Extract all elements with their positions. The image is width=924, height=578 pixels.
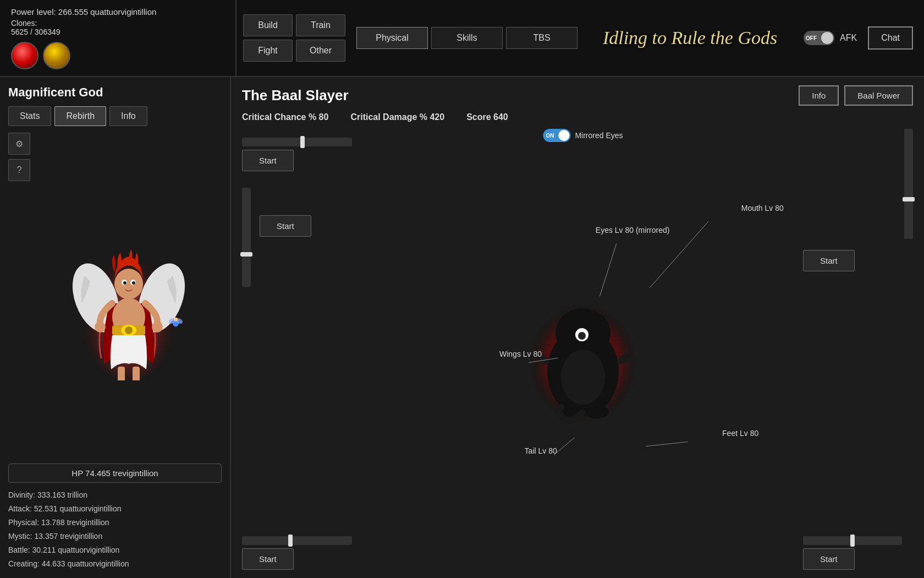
boss-buttons: Info Baal Power [799, 85, 913, 106]
left-panel: Magnificent God Stats Rebirth Info ⚙ ? [0, 77, 231, 578]
eyes-label: Eyes Lv 80 (mirrored) [596, 226, 670, 235]
tab-rebirth[interactable]: Rebirth [54, 106, 106, 126]
slider-thumb-1[interactable] [300, 136, 305, 148]
mirror-toggle[interactable]: ON [543, 129, 570, 142]
start-button-1[interactable]: Start [242, 150, 294, 171]
afk-section: ON OFF AFK Chat [798, 21, 919, 55]
tail-label: Tail Lv 80 [525, 446, 557, 455]
icon-row [11, 42, 230, 69]
character-area: ⚙ ? [8, 133, 222, 457]
clones-value: 5625 / 306349 [11, 28, 61, 36]
afk-toggle[interactable]: ON OFF [804, 31, 834, 45]
tab-info[interactable]: Info [109, 106, 147, 126]
red-orb-icon[interactable] [11, 42, 38, 69]
start-button-3[interactable]: Start [242, 548, 294, 570]
character-portrait [36, 133, 222, 457]
svg-point-12 [152, 321, 163, 332]
gear-button[interactable]: ⚙ [8, 133, 30, 155]
stats-list: Divinity: 333.163 trillion Attack: 52.53… [8, 489, 222, 570]
nav-buttons: Build Train Fight Other [237, 9, 352, 67]
train-button[interactable]: Train [296, 14, 345, 36]
chat-button[interactable]: Chat [868, 26, 913, 50]
right-bottom-slider: Start [803, 536, 913, 570]
svg-line-35 [646, 442, 688, 446]
main-content: Magnificent God Stats Rebirth Info ⚙ ? [0, 77, 924, 578]
character-svg [68, 210, 189, 380]
toggle-knob [821, 32, 833, 44]
slider-track-right-bottom[interactable] [803, 536, 902, 545]
critical-damage: Critical Damage % 420 [350, 112, 444, 122]
stat-physical: Physical: 13.788 trevigintillion [8, 517, 222, 528]
left-controls: Start Start [242, 129, 363, 570]
start-button-5[interactable]: Start [803, 548, 855, 570]
slider-thumb-right-bottom[interactable] [850, 535, 855, 547]
player-info: Power level: 266.555 quattuorvigintillio… [6, 0, 237, 76]
mirror-eyes-label: Mirrored Eyes [575, 131, 623, 140]
vert-slider-section: Start [242, 182, 363, 287]
svg-rect-7 [118, 367, 125, 380]
game-title: Idling to Rule the Gods [582, 28, 798, 48]
start-button-2[interactable]: Start [260, 215, 311, 237]
feet-label: Feet Lv 80 [722, 429, 758, 438]
vert-slider-group-1 [242, 188, 251, 287]
vert-slider-thumb-right[interactable] [903, 197, 915, 201]
tab-physical[interactable]: Physical [356, 27, 428, 49]
mirror-on-label: ON [546, 133, 554, 139]
clones-info: Clones: 5625 / 306349 [11, 19, 230, 36]
svg-point-28 [578, 332, 586, 340]
gear-icon: ⚙ [15, 139, 23, 149]
svg-point-14 [114, 269, 143, 299]
tab-skills[interactable]: Skills [431, 27, 503, 49]
panel-tabs: Stats Rebirth Info [8, 106, 222, 126]
question-icon: ? [17, 165, 22, 175]
golden-icon[interactable] [43, 42, 70, 69]
char-icon-buttons: ⚙ ? [8, 133, 30, 457]
svg-point-18 [132, 281, 135, 285]
build-button[interactable]: Build [243, 14, 293, 36]
baal-power-button[interactable]: Baal Power [844, 85, 913, 106]
svg-point-30 [585, 405, 609, 418]
slider-track-bottom[interactable] [242, 536, 352, 545]
tab-stats[interactable]: Stats [8, 106, 51, 126]
fight-button[interactable]: Fight [243, 40, 293, 62]
top-nav: Power level: 266.555 quattuorvigintillio… [0, 0, 924, 77]
svg-point-6 [125, 326, 133, 334]
right-vert-slider [904, 129, 913, 239]
svg-point-26 [561, 350, 605, 405]
svg-point-11 [95, 321, 106, 332]
slider-thumb-bottom[interactable] [288, 535, 293, 547]
boss-name: The Baal Slayer [242, 87, 349, 104]
critical-chance: Critical Chance % 80 [242, 112, 328, 122]
start-button-4[interactable]: Start [803, 250, 855, 271]
wings-label: Wings Lv 80 [499, 350, 542, 358]
mirror-knob [558, 130, 569, 141]
svg-point-22 [174, 317, 178, 321]
slider-group-bottom: Start [242, 536, 363, 570]
clones-label: Clones: [11, 19, 37, 28]
mouth-label: Mouth Lv 80 [741, 204, 784, 212]
vert-slider-track-right[interactable] [904, 129, 913, 239]
vert-slider-track-1[interactable] [242, 188, 251, 287]
power-level: Power level: 266.555 quattuorvigintillio… [11, 7, 230, 17]
character-title: Magnificent God [8, 85, 222, 100]
slider-track-1[interactable] [242, 138, 352, 146]
boss-header: The Baal Slayer Info Baal Power [242, 85, 913, 106]
right-controls: Start Start [803, 129, 913, 570]
stat-attack: Attack: 52.531 quattuorvigintillion [8, 503, 222, 515]
info-button[interactable]: Info [799, 85, 839, 106]
other-button[interactable]: Other [296, 40, 345, 62]
vert-slider-thumb-1[interactable] [240, 252, 252, 257]
right-panel: The Baal Slayer Info Baal Power Critical… [231, 77, 924, 578]
stat-divinity: Divinity: 333.163 trillion [8, 489, 222, 501]
tab-section: Physical Skills TBS [352, 21, 582, 54]
mirror-toggle-container: ON Mirrored Eyes [543, 129, 623, 142]
afk-label: AFK [840, 33, 857, 43]
question-button[interactable]: ? [8, 159, 30, 181]
fight-area: Start Start [242, 129, 913, 570]
boss-stats-row: Critical Chance % 80 Critical Damage % 4… [242, 112, 913, 122]
tab-tbs[interactable]: TBS [506, 27, 578, 49]
toggle-off-label: OFF [806, 35, 817, 41]
hp-bar: HP 74.465 trevigintillion [8, 464, 222, 483]
stat-mystic: Mystic: 13.357 trevigintillion [8, 531, 222, 542]
stat-creating: Creating: 44.633 quattuorvigintillion [8, 558, 222, 570]
